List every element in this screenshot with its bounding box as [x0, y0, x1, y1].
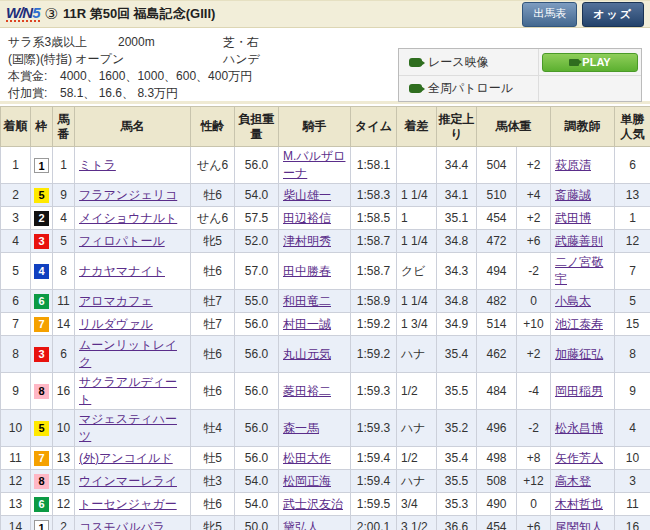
header-buttons: 出馬表 オッズ: [522, 2, 644, 27]
frame-badge: 2: [34, 211, 49, 226]
table-row: 1 1 1 ミトラ せん6 56.0 M.バルザローナ 1:58.1 34.4 …: [1, 147, 650, 184]
trainer-link[interactable]: 矢作芳人: [555, 451, 603, 465]
horse-link[interactable]: メイショウナルト: [79, 211, 177, 225]
trainer-link[interactable]: 武田博: [555, 211, 591, 225]
jockey-link[interactable]: 黛弘人: [283, 520, 319, 530]
horse-weight: 454: [477, 207, 517, 230]
last-3f: 35.1: [437, 207, 477, 230]
horse-link[interactable]: ムーンリットレイク: [79, 338, 177, 369]
horse-link[interactable]: ナカヤマナイト: [79, 264, 165, 278]
frame-cell: 6: [31, 493, 53, 516]
horse-name-cell: リルダヴァル: [75, 313, 191, 336]
win-favorite: 8: [615, 336, 650, 373]
frame-badge: 4: [34, 264, 49, 279]
margin: ハナ: [397, 470, 437, 493]
trainer-cell: 池江泰寿: [551, 313, 615, 336]
col-horse-number: 馬番: [53, 107, 75, 147]
horse-weight: 504: [477, 147, 517, 184]
win5-leg-badge: ③: [45, 5, 58, 23]
horse-link[interactable]: コスモバルバラ: [79, 520, 165, 530]
racecard-button[interactable]: 出馬表: [522, 2, 577, 27]
extra-prize-value: 58.1、 16.6、 8.3万円: [60, 85, 178, 102]
margin: [397, 147, 437, 184]
horse-link[interactable]: ミトラ: [79, 158, 116, 172]
horse-link[interactable]: アロマカフェ: [79, 294, 153, 308]
carried-weight: 54.0: [235, 493, 279, 516]
horse-link[interactable]: サクラアルディート: [79, 375, 177, 406]
last-3f: 34.8: [437, 230, 477, 253]
weight-change: +2: [517, 147, 551, 184]
trainer-link[interactable]: 松永昌博: [555, 421, 603, 435]
jockey-link[interactable]: 丸山元気: [283, 347, 331, 361]
frame-badge: 6: [34, 294, 49, 309]
odds-button[interactable]: オッズ: [582, 2, 644, 27]
horse-link[interactable]: トーセンジャガー: [79, 497, 177, 511]
sex-age: せん6: [191, 147, 235, 184]
horse-number: 12: [53, 493, 75, 516]
horse-link[interactable]: リルダヴァル: [79, 317, 153, 331]
horse-link[interactable]: フラアンジェリコ: [79, 188, 177, 202]
jockey-link[interactable]: 森一馬: [283, 421, 319, 435]
jockey-link[interactable]: 田中勝春: [283, 264, 331, 278]
win-favorite: 9: [615, 373, 650, 410]
trainer-link[interactable]: 萩原清: [555, 158, 591, 172]
trainer-cell: 矢作芳人: [551, 447, 615, 470]
carried-weight: 57.5: [235, 207, 279, 230]
race-distance: 2000m: [118, 34, 223, 51]
horse-link[interactable]: フィロパトール: [79, 234, 165, 248]
jockey-link[interactable]: 柴山雄一: [283, 188, 331, 202]
trainer-cell: 斎藤誠: [551, 184, 615, 207]
trainer-link[interactable]: 武藤善則: [555, 234, 603, 248]
horse-weight: 484: [477, 373, 517, 410]
jockey-link[interactable]: 松岡正海: [283, 474, 331, 488]
table-row: 2 5 9 フラアンジェリコ 牡6 54.0 柴山雄一 1:58.3 1 1/4…: [1, 184, 650, 207]
horse-link[interactable]: ウインマーレライ: [79, 474, 177, 488]
col-carried-weight: 負担重量: [235, 107, 279, 147]
sex-age: 牡6: [191, 253, 235, 290]
jockey-link[interactable]: 菱田裕二: [283, 384, 331, 398]
sex-age: 牝5: [191, 516, 235, 530]
horse-weight: 462: [477, 336, 517, 373]
jockey-link[interactable]: 田辺裕信: [283, 211, 331, 225]
trainer-link[interactable]: 尾関知人: [555, 520, 603, 530]
horse-link[interactable]: マジェスティハーツ: [79, 412, 177, 443]
trainer-cell: 高木登: [551, 470, 615, 493]
finish-position: 14: [1, 516, 31, 530]
sex-age: 牝5: [191, 230, 235, 253]
horse-link[interactable]: (外)アンコイルド: [79, 451, 173, 465]
trainer-link[interactable]: 加藤征弘: [555, 347, 603, 361]
trainer-link[interactable]: 高木登: [555, 474, 591, 488]
trainer-cell: 武藤善則: [551, 230, 615, 253]
carried-weight: 54.0: [235, 184, 279, 207]
trainer-link[interactable]: 二ノ宮敬宇: [555, 255, 603, 286]
race-time: 1:58.7: [351, 253, 397, 290]
last-3f: 36.6: [437, 516, 477, 530]
table-row: 9 8 16 サクラアルディート 牡6 56.0 菱田裕二 1:59.3 1/2…: [1, 373, 650, 410]
jockey-link[interactable]: M.バルザローナ: [283, 149, 345, 180]
course-type: 芝・右: [223, 34, 259, 51]
jockey-link[interactable]: 村田一誠: [283, 317, 331, 331]
trainer-link[interactable]: 斎藤誠: [555, 188, 591, 202]
trainer-link[interactable]: 岡田稲男: [555, 384, 603, 398]
frame-cell: 1: [31, 147, 53, 184]
jockey-link[interactable]: 武士沢友治: [283, 497, 343, 511]
trainer-cell: 小島太: [551, 290, 615, 313]
play-button[interactable]: PLAY: [542, 53, 638, 72]
horse-name-cell: マジェスティハーツ: [75, 410, 191, 447]
weight-change: +6: [517, 516, 551, 530]
frame-cell: 3: [31, 230, 53, 253]
jockey-link[interactable]: 津村明秀: [283, 234, 331, 248]
trainer-link[interactable]: 小島太: [555, 294, 591, 308]
results-body: 1 1 1 ミトラ せん6 56.0 M.バルザローナ 1:58.1 34.4 …: [1, 147, 650, 530]
jockey-link[interactable]: 和田竜二: [283, 294, 331, 308]
race-video-row: レース映像 PLAY: [399, 49, 641, 75]
jockey-link[interactable]: 松田大作: [283, 451, 331, 465]
trainer-link[interactable]: 池江泰寿: [555, 317, 603, 331]
last-3f: 35.3: [437, 493, 477, 516]
finish-position: 2: [1, 184, 31, 207]
finish-position: 7: [1, 313, 31, 336]
trainer-link[interactable]: 木村哲也: [555, 497, 603, 511]
frame-cell: 3: [31, 336, 53, 373]
finish-position: 11: [1, 447, 31, 470]
race-time: 1:58.5: [351, 207, 397, 230]
